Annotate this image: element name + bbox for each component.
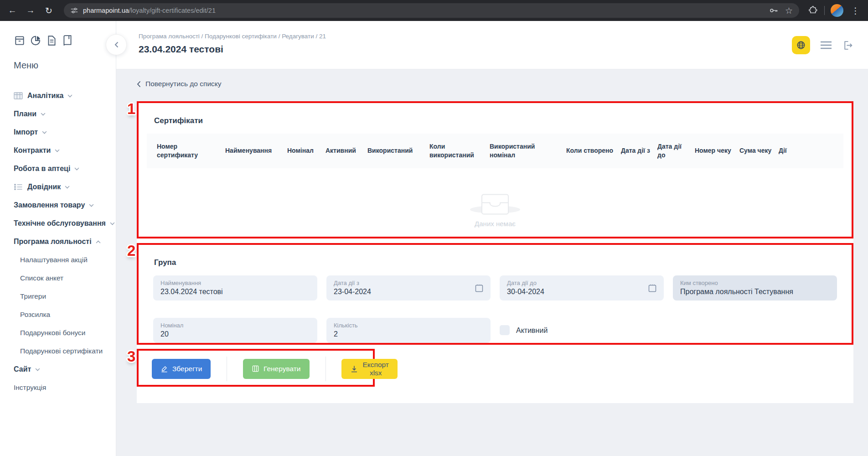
sidebar-item-label: Робота в аптеці <box>14 165 70 173</box>
sidebar-item-label: Плани <box>14 110 36 118</box>
app-window: Меню АналітикаПланиІмпортКонтрактиРобота… <box>0 21 868 456</box>
empty-state-text: Даних немає <box>139 220 852 228</box>
calendar-icon[interactable] <box>474 283 485 294</box>
document-icon[interactable] <box>46 35 57 47</box>
browser-menu-icon[interactable]: ⋮ <box>849 5 862 16</box>
hamburger-menu-icon[interactable] <box>820 41 832 49</box>
browser-forward-icon[interactable]: → <box>23 3 38 18</box>
sidebar-item-label: Розсилка <box>20 311 50 319</box>
generate-button[interactable]: Генерувати <box>243 359 309 379</box>
sidebar-item-label: Подарункові бонуси <box>20 329 85 337</box>
globe-icon <box>796 40 806 50</box>
quantity-field[interactable]: Кількість 2 <box>326 318 491 343</box>
back-link-label: Повернутись до списку <box>145 80 222 88</box>
column-header: Використаний <box>367 146 429 155</box>
name-field[interactable]: Найменування 23.04.2024 тестові <box>153 275 317 301</box>
pie-chart-icon[interactable] <box>30 35 41 47</box>
chevron-up-icon <box>96 240 101 244</box>
sidebar-item-gift-bonuses[interactable]: Подарункові бонуси <box>14 324 116 342</box>
sidebar-item-label: Контракти <box>14 146 51 155</box>
browser-reload-icon[interactable]: ↻ <box>41 3 57 18</box>
sidebar-item-triggers[interactable]: Тригери <box>14 287 116 306</box>
sidebar-top-icons <box>14 35 116 47</box>
address-bar[interactable]: pharmapoint.ua/loyalty/gift-certificates… <box>64 3 799 18</box>
extensions-icon[interactable] <box>808 5 818 16</box>
sidebar-item-label: Замовлення товару <box>14 201 85 209</box>
export-button-label: Експорт xlsx <box>362 361 389 377</box>
sidebar-item-loyalty-program[interactable]: Програма лояльності <box>14 233 116 251</box>
page-title: 23.04.2024 тестові <box>139 44 326 55</box>
screen: ← → ↻ pharmapoint.ua/loyalty/gift-certif… <box>0 0 868 456</box>
sidebar-item-mailing[interactable]: Розсилка <box>14 306 116 324</box>
sidebar-item-label: Налаштування акцій <box>20 256 88 264</box>
language-button[interactable] <box>792 36 810 54</box>
annotation-number-2: 2 <box>127 242 135 259</box>
chevron-left-icon <box>114 41 119 48</box>
date-to-field[interactable]: Дата дії до 30-04-2024 <box>500 275 664 301</box>
url-path: /loyalty/gift-certificates/edit/21 <box>129 7 216 14</box>
field-value: 30-04-2024 <box>507 288 656 296</box>
created-by-field: Ким створено Програма лояльності Тестува… <box>673 275 837 301</box>
chevron-down-icon <box>89 204 94 207</box>
book-icon[interactable] <box>62 35 73 47</box>
export-xlsx-button[interactable]: Експорт xlsx <box>341 359 398 379</box>
actions-section: 3 Зберегти <box>137 349 375 387</box>
sidebar-menu-title: Меню <box>14 60 116 70</box>
chevron-down-icon <box>55 149 60 152</box>
save-button-label: Зберегти <box>172 365 202 373</box>
sidebar-item-plans[interactable]: Плани <box>14 105 116 123</box>
sidebar-item-promo-settings[interactable]: Налаштування акцій <box>14 251 116 269</box>
sidebar-item-instruction[interactable]: Інструкція <box>14 378 116 397</box>
sidebar-item-maintenance[interactable]: Технічне обслуговування <box>14 214 116 233</box>
password-key-icon[interactable] <box>769 5 779 16</box>
sidebar-item-import[interactable]: Імпорт <box>14 123 116 141</box>
chevron-down-icon <box>67 94 72 98</box>
chevron-down-icon <box>42 131 47 134</box>
group-section: 2 Група Найменування 23.04.2024 тестові … <box>137 243 853 345</box>
page-header: Програма лояльності / Подарункові сертиф… <box>116 21 868 69</box>
sidebar-item-gift-certificates[interactable]: Подарункові сертифікати <box>14 342 116 360</box>
logout-icon[interactable] <box>842 40 853 51</box>
download-icon <box>350 365 358 373</box>
column-header: Номер чеку <box>695 146 739 155</box>
nominal-field[interactable]: Номінал 20 <box>153 318 317 343</box>
column-header: Номінал <box>287 146 326 155</box>
sidebar-item-label: Аналітика <box>27 92 63 100</box>
sidebar-item-label: Тригери <box>20 292 46 301</box>
sidebar-collapse-button[interactable] <box>106 34 127 55</box>
back-to-list-link[interactable]: Повернутись до списку <box>137 80 222 88</box>
sidebar-item-contracts[interactable]: Контракти <box>14 141 116 160</box>
date-from-field[interactable]: Дата дії з 23-04-2024 <box>326 275 491 301</box>
sidebar-item-pharmacy-work[interactable]: Робота в аптеці <box>14 160 116 178</box>
field-label: Найменування <box>160 280 310 286</box>
sidebar-item-questionnaires[interactable]: Список анкет <box>14 269 116 287</box>
generate-button-label: Генерувати <box>264 365 300 373</box>
sidebar-item-analytics[interactable]: Аналітика <box>14 87 116 105</box>
button-divider <box>227 357 227 381</box>
sidebar-item-label: Довідник <box>27 183 61 191</box>
site-settings-icon[interactable] <box>70 6 78 15</box>
sidebar-item-directory[interactable]: Довідник <box>14 178 116 196</box>
sidebar-item-goods-order[interactable]: Замовлення товару <box>14 196 116 214</box>
field-value: 20 <box>160 330 310 338</box>
sidebar-item-label: Подарункові сертифікати <box>20 347 103 355</box>
browser-back-icon[interactable]: ← <box>5 3 20 18</box>
drawer-icon[interactable] <box>14 35 26 47</box>
active-checkbox-label: Активний <box>516 326 548 335</box>
main-area: Програма лояльності / Подарункові сертиф… <box>116 21 868 456</box>
calendar-icon[interactable] <box>647 283 658 294</box>
bookmark-star-icon[interactable]: ☆ <box>785 6 793 15</box>
profile-avatar[interactable] <box>831 4 843 17</box>
save-button[interactable]: Зберегти <box>152 359 211 379</box>
annotation-number-1: 1 <box>127 100 135 118</box>
sidebar-item-site[interactable]: Сайт <box>14 360 116 378</box>
toolbar-divider <box>824 6 825 15</box>
sidebar: Меню АналітикаПланиІмпортКонтрактиРобота… <box>0 21 116 456</box>
sidebar-item-label: Програма лояльності <box>14 238 92 246</box>
content-panel: 1 Сертифікати Номер сертификатуНайменува… <box>137 101 853 403</box>
column-header: Коли створено <box>566 146 621 155</box>
active-checkbox[interactable] <box>500 325 510 335</box>
pencil-icon <box>160 365 168 373</box>
breadcrumb[interactable]: Програма лояльності / Подарункові сертиф… <box>139 33 326 40</box>
certificates-table-header: Номер сертификатуНайменуванняНоміналАкти… <box>147 134 843 168</box>
